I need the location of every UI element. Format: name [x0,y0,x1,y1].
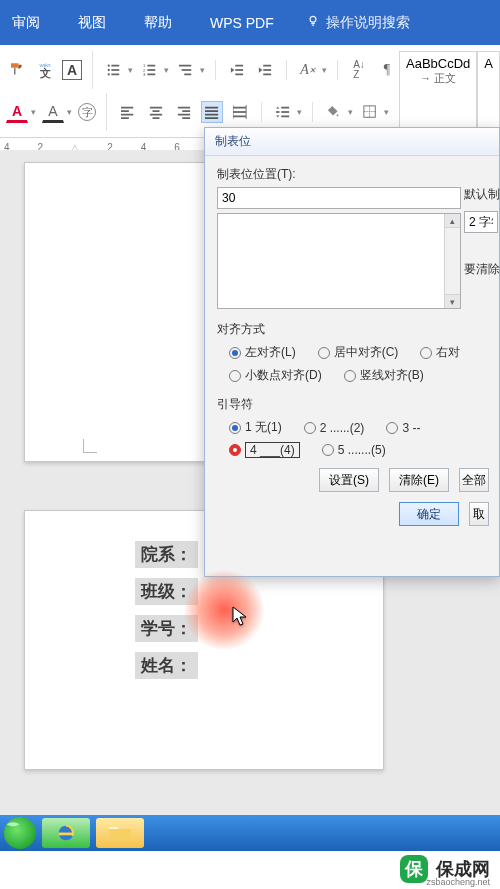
set-button[interactable]: 设置(S) [319,468,379,492]
separator-icon [337,60,338,80]
clear-button[interactable]: 清除(E) [389,468,449,492]
format-painter-icon[interactable] [6,59,28,81]
menu-tab-view[interactable]: 视图 [72,8,112,38]
leader-1-radio[interactable]: 1 无(1) [229,419,282,436]
default-tab-input[interactable] [464,211,498,233]
leader-4-radio[interactable]: 4 ___(4) [229,442,300,458]
increase-indent-button[interactable] [254,59,276,81]
leader-5-radio[interactable]: 5 .......(5) [322,442,386,458]
chevron-down-icon[interactable]: ▾ [322,65,327,75]
chevron-down-icon[interactable]: ▾ [297,107,302,117]
tell-me-search[interactable]: 操作说明搜索 [306,14,410,32]
svg-rect-37 [205,117,218,119]
menu-bar: 审阅 视图 帮助 WPS PDF 操作说明搜索 [0,0,500,45]
right-fields: 默认制 要清除 [464,186,500,286]
character-border-button[interactable]: A [62,60,82,80]
leader-3-radio[interactable]: 3 -- [386,419,420,436]
align-center-button[interactable] [145,101,167,123]
svg-rect-33 [182,117,190,119]
align-bar-radio[interactable]: 竖线对齐(B) [344,367,424,384]
align-left-radio[interactable]: 左对齐(L) [229,344,296,361]
svg-rect-21 [263,74,271,76]
align-right-radio[interactable]: 右对 [420,344,460,361]
svg-rect-23 [121,110,129,112]
svg-rect-17 [235,69,243,71]
svg-rect-20 [263,69,271,71]
chevron-down-icon[interactable]: ▾ [348,107,353,117]
styles-gallery[interactable]: AaBbCcDd → 正文 A [399,51,500,131]
svg-rect-2 [111,65,119,67]
borders-button[interactable] [359,101,381,123]
ok-button[interactable]: 确定 [399,502,459,526]
default-tab-label: 默认制 [464,186,500,203]
highlight-button[interactable]: A [42,101,64,123]
svg-rect-32 [178,114,190,116]
chevron-down-icon[interactable]: ▾ [67,107,72,117]
chevron-down-icon[interactable]: ▾ [384,107,389,117]
distribute-button[interactable] [229,101,251,123]
chevron-down-icon[interactable]: ▾ [128,65,133,75]
scroll-up-icon[interactable]: ▴ [445,214,460,228]
chevron-down-icon[interactable]: ▾ [164,65,169,75]
font-color-button[interactable]: A [6,101,28,123]
multilevel-list-button[interactable] [175,59,197,81]
menu-tab-help[interactable]: 帮助 [138,8,178,38]
sort-button[interactable]: A↓Z [348,59,370,81]
svg-rect-27 [153,110,160,112]
tab-position-label: 制表位位置(T): [217,166,461,183]
page-1[interactable] [24,162,214,462]
clear-all-button[interactable]: 全部 [459,468,489,492]
separator-icon [215,60,216,80]
separator-icon [261,102,262,122]
shading-button[interactable] [323,101,345,123]
leader-2-radio[interactable]: 2 ......(2) [304,419,365,436]
svg-rect-6 [111,74,119,76]
taskbar-ie-button[interactable] [42,818,90,848]
separator-icon [92,51,93,89]
label-name: 姓名： [135,652,198,679]
align-decimal-radio[interactable]: 小数点对齐(D) [229,367,322,384]
menu-tab-wpspdf[interactable]: WPS PDF [204,9,280,37]
align-left-button[interactable] [117,101,139,123]
tab-position-input[interactable] [217,187,461,209]
svg-rect-34 [205,107,218,109]
menu-tab-review[interactable]: 审阅 [6,8,46,38]
svg-point-3 [108,69,110,71]
scrollbar[interactable]: ▴ ▾ [444,214,460,308]
align-right-button[interactable] [173,101,195,123]
line-spacing-button[interactable] [272,101,294,123]
svg-point-1 [108,64,110,66]
cancel-button[interactable]: 取 [469,502,489,526]
chevron-down-icon[interactable]: ▾ [200,65,205,75]
clear-formatting-button[interactable]: A✕ [297,59,319,81]
dialog-title-bar[interactable]: 制表位 [205,128,499,156]
ribbon: wén 文 A ▾ 123▾ ▾ A✕▾ A↓Z ¶ A▾ A▾ 字 ▾ ▾ ▾ [0,45,500,138]
taskbar-explorer-button[interactable] [96,818,144,848]
start-button[interactable] [4,817,36,849]
decrease-indent-button[interactable] [226,59,248,81]
phonetic-guide-button[interactable]: wén 文 [34,59,56,81]
bullets-button[interactable] [103,59,125,81]
chevron-down-icon[interactable]: ▾ [31,107,36,117]
svg-rect-30 [178,107,190,109]
alignment-group-label: 对齐方式 [217,321,489,338]
style-normal[interactable]: AaBbCcDd → 正文 [399,51,477,131]
svg-rect-14 [182,69,192,71]
style-next[interactable]: A [477,51,500,131]
tab-positions-listbox[interactable]: ▴ ▾ [217,213,461,309]
watermark-url: zsbaocheng.net [426,877,490,887]
scroll-down-icon[interactable]: ▾ [445,294,460,308]
numbering-button[interactable]: 123 [139,59,161,81]
svg-rect-42 [281,107,289,109]
svg-rect-38 [233,107,246,109]
form-labels: 院系： 班级： 学号： 姓名： [135,541,198,679]
align-justify-button[interactable] [201,101,223,123]
label-faculty: 院系： [135,541,198,568]
svg-rect-4 [111,69,119,71]
svg-rect-10 [147,69,155,71]
align-center-radio[interactable]: 居中对齐(C) [318,344,399,361]
show-marks-button[interactable]: ¶ [376,59,398,81]
enclose-char-button[interactable]: 字 [78,103,96,121]
separator-icon [312,102,313,122]
svg-rect-40 [233,116,246,118]
